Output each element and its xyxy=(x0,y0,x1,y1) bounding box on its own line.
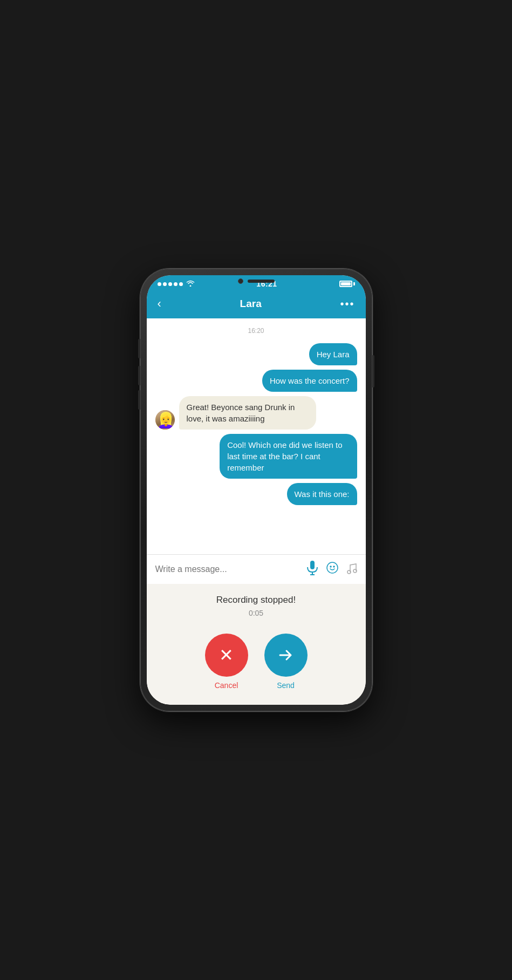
recording-time: 0:05 xyxy=(249,609,263,617)
send-label: Send xyxy=(277,681,295,690)
message-row: Great! Beyonce sang Drunk in love, it wa… xyxy=(155,396,357,430)
message-input[interactable] xyxy=(155,564,300,574)
nav-bar: ‹ Lara ••• xyxy=(147,291,366,318)
phone-top xyxy=(238,278,275,284)
svg-rect-0 xyxy=(310,561,315,569)
message-bubble-2: How was the concert? xyxy=(262,370,357,392)
send-button[interactable] xyxy=(264,634,308,677)
message-bubble-4: Cool! Which one did we listen to last ti… xyxy=(220,434,357,479)
message-row: Hey Lara xyxy=(155,343,357,365)
wifi-icon xyxy=(186,280,195,288)
cancel-label: Cancel xyxy=(215,681,238,690)
message-text-5: Was it this one: xyxy=(295,489,350,499)
message-text-4: Cool! Which one did we listen to last ti… xyxy=(227,440,342,472)
message-bubble-3: Great! Beyonce sang Drunk in love, it wa… xyxy=(179,396,316,430)
svg-point-5 xyxy=(333,566,334,567)
screen: 16:21 ‹ Lara ••• 16:20 xyxy=(147,275,366,705)
message-bubble-5: Was it this one: xyxy=(287,483,357,505)
cancel-icon: ✕ xyxy=(219,645,234,665)
message-text-2: How was the concert? xyxy=(270,376,350,385)
phone-frame: 16:21 ‹ Lara ••• 16:20 xyxy=(140,269,372,711)
cancel-button-container: ✕ Cancel xyxy=(205,634,248,690)
svg-point-3 xyxy=(327,562,338,573)
svg-point-4 xyxy=(330,566,331,567)
signal-dots xyxy=(158,282,183,286)
input-bar xyxy=(147,554,366,584)
recording-buttons: ✕ Cancel Send xyxy=(205,634,308,690)
chat-timestamp: 16:20 xyxy=(155,327,357,335)
message-text-1: Hey Lara xyxy=(317,350,350,359)
signal-dot-2 xyxy=(163,282,167,286)
recording-panel: Recording stopped! 0:05 ✕ Cancel xyxy=(147,584,366,705)
send-icon xyxy=(277,646,295,664)
message-text-3: Great! Beyonce sang Drunk in love, it wa… xyxy=(187,403,295,423)
message-row: How was the concert? xyxy=(155,370,357,392)
avatar xyxy=(155,410,175,430)
more-button[interactable]: ••• xyxy=(340,298,354,310)
speaker xyxy=(248,280,275,283)
mic-icon[interactable] xyxy=(306,560,318,579)
status-left xyxy=(158,280,195,288)
battery-tip xyxy=(353,282,355,285)
message-bubble-1: Hey Lara xyxy=(309,343,357,365)
front-camera xyxy=(238,278,243,284)
battery-body xyxy=(339,281,352,287)
send-button-container: Send xyxy=(264,634,308,690)
avatar-image xyxy=(155,410,175,430)
back-button[interactable]: ‹ xyxy=(158,297,161,311)
input-icons xyxy=(306,560,357,579)
battery-fill xyxy=(341,282,351,285)
phone-inner: 16:21 ‹ Lara ••• 16:20 xyxy=(147,275,366,705)
chat-area: 16:20 Hey Lara How was the concert? xyxy=(147,318,366,554)
signal-dot-1 xyxy=(158,282,161,286)
emoji-icon[interactable] xyxy=(326,561,339,577)
cancel-button[interactable]: ✕ xyxy=(205,634,248,677)
signal-dot-4 xyxy=(174,282,178,286)
message-row: Cool! Which one did we listen to last ti… xyxy=(155,434,357,479)
signal-dot-5 xyxy=(179,282,183,286)
signal-dot-3 xyxy=(168,282,172,286)
recording-title: Recording stopped! xyxy=(216,595,296,605)
nav-title: Lara xyxy=(240,298,262,310)
message-row: Was it this one: xyxy=(155,483,357,505)
music-icon[interactable] xyxy=(346,562,357,577)
battery-icon xyxy=(339,281,355,287)
